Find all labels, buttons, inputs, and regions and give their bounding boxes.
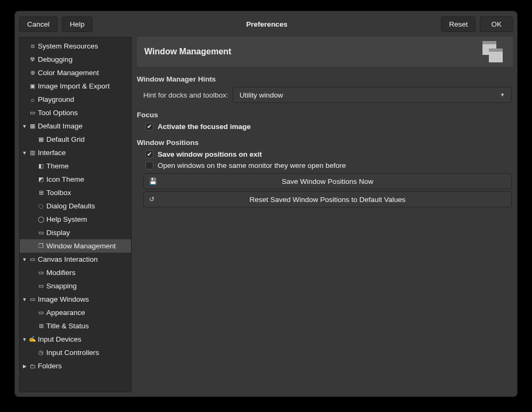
tree-item-debugging[interactable]: ☢Debugging: [20, 53, 131, 66]
tree-item-default-grid[interactable]: ▦Default Grid: [20, 133, 131, 146]
activate-focused-row: Activate the focused image: [137, 121, 512, 132]
chevron-down-icon: ▼: [500, 92, 505, 98]
content-header: Window Management: [137, 37, 513, 67]
expander-icon[interactable]: ▼: [21, 150, 28, 156]
tree-item-snapping[interactable]: ▭Snapping: [20, 279, 131, 293]
tree-item-label: Theme: [46, 162, 69, 170]
reset-button[interactable]: Reset: [441, 17, 476, 32]
tree-item-label: Default Grid: [46, 135, 85, 143]
same-monitor-label[interactable]: Open windows on the same monitor they we…: [158, 161, 346, 169]
tree-item-label: Appearance: [46, 309, 85, 317]
tree-item-display[interactable]: ▭Display: [20, 226, 131, 239]
preferences-tree[interactable]: ⧈System Resources☢Debugging⊗Color Manage…: [19, 37, 132, 392]
save-on-exit-checkbox[interactable]: [145, 150, 153, 158]
tree-item-interface[interactable]: ▼▥Interface: [20, 146, 131, 159]
tree-item-input-controllers[interactable]: ◷Input Controllers: [20, 346, 131, 359]
tree-item-label: Modifiers: [46, 269, 76, 277]
tree-item-icon: ▦: [28, 122, 37, 131]
tree-item-label: Display: [46, 229, 70, 237]
section-focus: Focus: [137, 111, 512, 119]
tree-item-label: Input Devices: [38, 335, 81, 343]
reset-icon: ↺: [149, 196, 154, 203]
tree-item-label: Color Management: [38, 69, 99, 77]
tree-item-label: Window Management: [46, 242, 116, 250]
tree-item-playground[interactable]: ☼Playground: [20, 93, 131, 106]
tree-item-label: Title & Status: [46, 322, 89, 330]
activate-focused-label[interactable]: Activate the focused image: [158, 123, 251, 131]
tree-item-label: Help System: [46, 215, 87, 223]
tree-item-default-image[interactable]: ▼▦Default Image: [20, 119, 131, 133]
tree-item-icon: ☢: [28, 55, 37, 64]
tree-item-title-status[interactable]: ⊞Title & Status: [20, 319, 131, 333]
expander-icon[interactable]: ▼: [21, 297, 28, 302]
tree-item-image-import-export[interactable]: ▣Image Import & Export: [20, 79, 131, 93]
save-icon: 💾: [149, 177, 157, 185]
tree-item-image-windows[interactable]: ▼▭Image Windows: [20, 293, 131, 306]
svg-rect-3: [489, 49, 503, 52]
tree-item-label: Tool Options: [38, 109, 78, 117]
tree-item-folders[interactable]: ▶🗀Folders: [20, 359, 131, 373]
tree-item-help-system[interactable]: ◯Help System: [20, 213, 131, 226]
section-wm-hints: Window Manager Hints: [137, 75, 512, 83]
hint-dropdown-value: Utility window: [240, 91, 283, 99]
tree-item-input-devices[interactable]: ▼✍Input Devices: [20, 333, 131, 346]
tree-item-tool-options[interactable]: ▭Tool Options: [20, 106, 131, 119]
expander-icon[interactable]: ▼: [21, 124, 28, 129]
tree-item-label: System Resources: [38, 42, 98, 50]
tree-item-label: Debugging: [38, 55, 72, 63]
tree-item-icon: ⊗: [28, 69, 37, 77]
tree-item-icon: ☼: [28, 95, 37, 104]
tree-item-icon: ❐: [37, 242, 45, 251]
expander-icon[interactable]: ▼: [21, 337, 28, 342]
save-positions-now-button[interactable]: 💾 Save Window Positions Now: [143, 173, 512, 189]
tree-item-toolbox[interactable]: ⊞Toolbox: [20, 186, 131, 199]
tree-item-icon: ⊞: [37, 322, 45, 330]
reset-positions-button[interactable]: ↺ Reset Saved Window Positions to Defaul…: [143, 191, 512, 207]
tree-item-modifiers[interactable]: ▭Modifiers: [20, 266, 131, 279]
tree-item-window-management[interactable]: ❐Window Management: [20, 239, 131, 253]
tree-item-label: Default Image: [38, 122, 83, 130]
tree-item-label: Image Windows: [38, 295, 89, 303]
tree-item-icon: ▦: [37, 135, 45, 144]
tree-item-icon: ◷: [37, 349, 45, 357]
tree-item-icon: ◧: [37, 162, 45, 171]
tree-item-icon: ▭: [37, 229, 45, 237]
same-monitor-checkbox[interactable]: [145, 161, 153, 169]
tree-item-label: Image Import & Export: [38, 82, 110, 90]
svg-rect-1: [482, 41, 496, 44]
ok-button[interactable]: OK: [480, 17, 513, 32]
save-positions-now-label: Save Window Positions Now: [144, 177, 511, 185]
tree-item-theme[interactable]: ◧Theme: [20, 159, 131, 173]
expander-icon[interactable]: ▶: [21, 363, 28, 369]
expander-icon[interactable]: ▼: [21, 257, 28, 262]
tree-item-label: Toolbox: [46, 189, 71, 197]
reset-positions-label: Reset Saved Window Positions to Default …: [144, 196, 511, 204]
tree-item-system-resources[interactable]: ⧈System Resources: [20, 39, 131, 53]
tree-item-label: Snapping: [46, 282, 77, 290]
tree-item-icon: ⊞: [37, 189, 45, 197]
tree-item-icon: ⧈: [28, 42, 37, 51]
page-title: Window Management: [144, 47, 479, 56]
tree-item-label: Playground: [38, 95, 74, 103]
section-window-positions: Window Positions: [137, 139, 512, 147]
tree-item-color-management[interactable]: ⊗Color Management: [20, 66, 131, 79]
help-button[interactable]: Help: [62, 17, 93, 32]
save-on-exit-label[interactable]: Save window positions on exit: [158, 150, 262, 158]
hint-row: Hint for docks and toolbox: Utility wind…: [137, 85, 512, 104]
dialog-body: ⧈System Resources☢Debugging⊗Color Manage…: [15, 37, 517, 397]
tree-item-canvas-interaction[interactable]: ▼▭Canvas Interaction: [20, 253, 131, 266]
tree-item-icon-theme[interactable]: ◩Icon Theme: [20, 173, 131, 186]
tree-item-icon: ▭: [37, 282, 45, 290]
content-pane: Window Management Window Manager Hints H…: [137, 37, 513, 392]
tree-item-appearance[interactable]: ▭Appearance: [20, 306, 131, 319]
content-inner: Window Manager Hints Hint for docks and …: [137, 72, 513, 209]
tree-item-dialog-defaults[interactable]: ◌Dialog Defaults: [20, 199, 131, 213]
tree-item-icon: ◩: [37, 175, 45, 184]
hint-dropdown[interactable]: Utility window ▼: [233, 87, 512, 103]
tree-item-icon: ▣: [28, 82, 37, 91]
window-management-icon: [479, 38, 505, 65]
save-on-exit-row: Save window positions on exit: [137, 149, 512, 160]
tree-item-label: Canvas Interaction: [38, 255, 98, 263]
cancel-button[interactable]: Cancel: [19, 17, 58, 32]
activate-focused-checkbox[interactable]: [145, 123, 153, 131]
